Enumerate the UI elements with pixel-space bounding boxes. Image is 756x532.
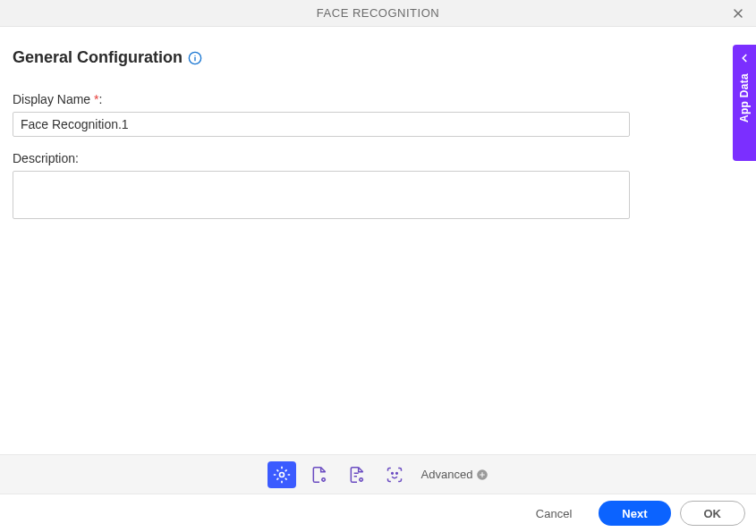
section-title: General Configuration <box>13 48 183 67</box>
face-scan-icon <box>386 466 403 484</box>
plus-circle-icon <box>476 469 488 481</box>
modal-header: FACE RECOGNITION <box>0 0 756 27</box>
svg-point-5 <box>391 472 393 474</box>
description-row: Description: <box>13 151 743 223</box>
app-data-label: App Data <box>738 73 751 122</box>
display-name-row: Display Name *: <box>13 92 743 137</box>
step-file2-icon[interactable] <box>343 461 371 488</box>
display-name-label: Display Name *: <box>13 92 743 106</box>
svg-point-3 <box>321 477 324 480</box>
advanced-toggle[interactable]: Advanced <box>421 468 489 481</box>
svg-point-4 <box>359 477 361 480</box>
display-name-input[interactable] <box>13 112 630 137</box>
description-label: Description: <box>13 151 743 165</box>
info-icon[interactable] <box>188 51 202 65</box>
section-header: General Configuration <box>13 48 743 67</box>
description-textarea[interactable] <box>13 171 630 219</box>
advanced-label: Advanced <box>421 468 473 481</box>
footer: Cancel Next OK <box>0 494 756 532</box>
step-file-icon[interactable] <box>305 461 334 488</box>
svg-point-2 <box>279 472 284 477</box>
file-settings-icon <box>348 466 366 484</box>
chevron-left-icon <box>738 52 751 64</box>
app-data-tab[interactable]: App Data <box>733 45 756 161</box>
svg-point-1 <box>194 55 195 55</box>
next-button[interactable]: Next <box>599 501 670 526</box>
close-button[interactable] <box>727 3 749 24</box>
step-general-icon[interactable] <box>268 461 296 488</box>
step-face-icon[interactable] <box>380 461 409 488</box>
close-icon <box>731 6 745 21</box>
ok-button[interactable]: OK <box>680 501 746 526</box>
content-area: General Configuration Display Name *: De… <box>0 27 756 454</box>
gear-icon <box>273 466 291 484</box>
file-gear-icon <box>310 466 328 484</box>
svg-point-6 <box>395 472 397 474</box>
icon-strip: Advanced <box>0 454 756 494</box>
modal-title: FACE RECOGNITION <box>317 6 439 20</box>
cancel-button[interactable]: Cancel <box>518 501 590 526</box>
